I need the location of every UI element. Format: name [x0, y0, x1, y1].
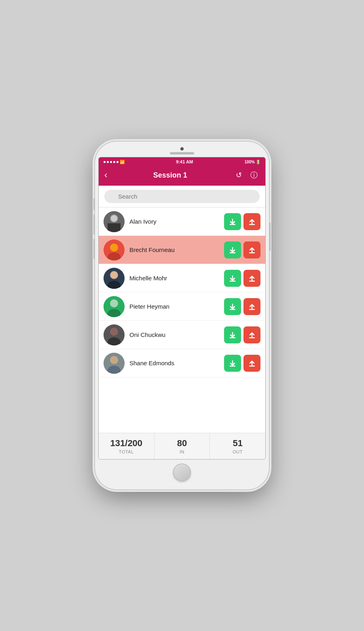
status-bar: 📶 9:41 AM 100% 🔋 — [99, 157, 265, 166]
page-title: Session 1 — [153, 171, 187, 180]
in-value: 80 — [177, 438, 187, 449]
action-buttons — [224, 270, 260, 287]
info-icon[interactable]: ⓘ — [248, 169, 260, 181]
in-stat: 80 IN — [154, 433, 210, 459]
nav-icons-group: ↺ ⓘ — [233, 169, 260, 181]
check-in-button[interactable] — [224, 326, 241, 343]
stats-footer: 131/200 TOTAL 80 IN 51 OUT — [99, 433, 265, 459]
total-value: 131/200 — [110, 438, 143, 449]
person-list: Alan Ivory Brecht Fourneau — [99, 208, 265, 433]
check-out-button[interactable] — [243, 355, 260, 372]
volume-up-button[interactable] — [93, 214, 95, 235]
search-container: 🔍 — [99, 186, 265, 208]
action-buttons — [224, 355, 260, 372]
volume-down-button[interactable] — [93, 239, 95, 259]
check-out-button[interactable] — [243, 326, 260, 343]
avatar — [104, 296, 125, 317]
list-item: Brecht Fourneau — [99, 236, 265, 264]
in-label: IN — [180, 449, 184, 454]
action-buttons — [224, 213, 260, 230]
person-name: Brecht Fourneau — [129, 246, 224, 253]
search-input[interactable] — [104, 190, 260, 203]
svg-point-36 — [110, 328, 118, 336]
list-item: Shane Edmonds — [99, 349, 265, 377]
signal-dot-5 — [116, 161, 119, 163]
person-name: Oni Chuckwu — [129, 331, 224, 338]
out-stat: 51 OUT — [210, 433, 265, 459]
avatar — [104, 353, 125, 374]
svg-point-3 — [111, 215, 117, 222]
signal-dot-1 — [104, 161, 106, 163]
out-value: 51 — [233, 438, 242, 449]
check-in-button[interactable] — [224, 213, 241, 230]
phone-frame: 📶 9:41 AM 100% 🔋 ‹ Session 1 ↺ ⓘ 🔍 — [95, 142, 269, 489]
check-in-button[interactable] — [224, 270, 241, 287]
svg-point-21 — [111, 272, 117, 278]
home-button[interactable] — [173, 464, 191, 481]
list-item: Pieter Heyman — [99, 292, 265, 321]
check-out-button[interactable] — [243, 270, 260, 287]
list-item: Oni Chuckwu — [99, 321, 265, 349]
mute-button[interactable] — [93, 198, 95, 210]
svg-point-11 — [110, 244, 118, 252]
signal-area: 📶 — [104, 160, 125, 164]
wifi-icon: 📶 — [120, 160, 125, 164]
list-item: Michelle Mohr — [99, 264, 265, 292]
camera-dot — [180, 147, 184, 150]
person-name: Michelle Mohr — [129, 275, 224, 282]
svg-point-28 — [110, 299, 118, 307]
search-wrapper: 🔍 — [104, 190, 260, 203]
person-name: Alan Ivory — [129, 218, 224, 225]
total-stat: 131/200 TOTAL — [99, 433, 154, 459]
reset-icon[interactable]: ↺ — [233, 169, 244, 181]
action-buttons — [224, 241, 260, 258]
navigation-bar: ‹ Session 1 ↺ ⓘ — [99, 166, 265, 186]
check-out-button[interactable] — [243, 213, 260, 230]
speaker-bar — [170, 152, 194, 155]
avatar — [104, 324, 125, 345]
signal-dot-2 — [107, 161, 109, 163]
check-in-button[interactable] — [224, 355, 241, 372]
check-in-button[interactable] — [224, 241, 241, 258]
phone-bottom — [173, 464, 191, 481]
phone-screen: 📶 9:41 AM 100% 🔋 ‹ Session 1 ↺ ⓘ 🔍 — [98, 157, 266, 459]
check-out-button[interactable] — [243, 298, 260, 315]
power-button[interactable] — [269, 222, 271, 251]
battery-icon: 100% 🔋 — [244, 160, 260, 164]
avatar — [104, 211, 125, 232]
total-label: TOTAL — [119, 449, 134, 454]
person-name: Shane Edmonds — [129, 360, 224, 366]
back-button[interactable]: ‹ — [104, 171, 107, 180]
action-buttons — [224, 298, 260, 315]
check-out-button[interactable] — [243, 241, 260, 258]
svg-rect-4 — [108, 223, 121, 232]
status-time: 9:41 AM — [176, 159, 193, 164]
signal-dot-3 — [110, 161, 112, 163]
list-item: Alan Ivory — [99, 208, 265, 236]
avatar — [104, 268, 125, 289]
check-in-button[interactable] — [224, 298, 241, 315]
svg-point-44 — [110, 356, 118, 364]
signal-dot-4 — [113, 161, 115, 163]
avatar — [104, 239, 125, 260]
action-buttons — [224, 326, 260, 343]
phone-top — [98, 147, 266, 155]
person-name: Pieter Heyman — [129, 303, 224, 310]
out-label: OUT — [233, 449, 243, 454]
